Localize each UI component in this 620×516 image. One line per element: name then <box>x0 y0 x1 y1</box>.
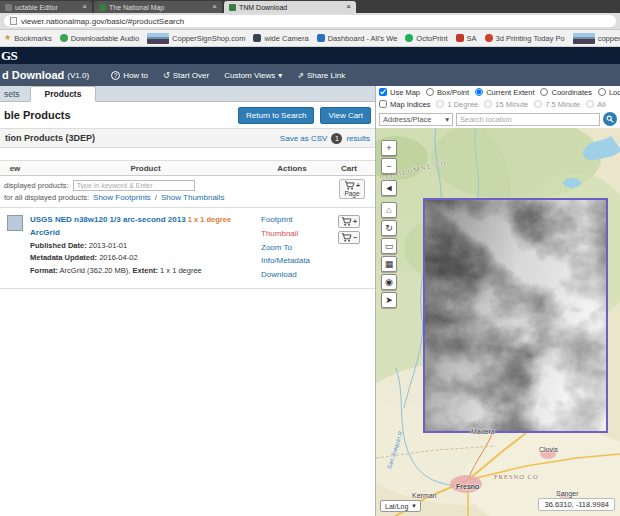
show-thumbnails-link[interactable]: Show Thumbnails <box>161 193 224 202</box>
browser-tab-2[interactable]: The National Map × <box>94 1 222 13</box>
tab-close-icon[interactable]: × <box>77 3 87 11</box>
search-location-input[interactable] <box>456 113 600 126</box>
search-icon <box>606 115 614 123</box>
custom-views-dropdown[interactable]: Custom Views ▾ <box>224 71 282 80</box>
zoom-in-button[interactable]: + <box>381 140 397 156</box>
refresh-button[interactable]: ↻ <box>381 220 397 236</box>
all-indices-radio[interactable] <box>586 100 594 108</box>
bookmark-3d-printing[interactable]: 3d Printing Today Po <box>485 34 565 43</box>
favicon <box>317 34 325 42</box>
grid-indices-button[interactable]: ▦ <box>381 256 397 272</box>
one-degree-radio[interactable] <box>436 100 444 108</box>
product-title-link[interactable]: USGS NED n38w120 1/3 arc-second 2013 <box>30 215 186 224</box>
city-label-fresno: Fresno <box>456 483 479 490</box>
latlng-format-dropdown[interactable]: Lat/Lng ▾ <box>380 500 421 512</box>
zoom-out-button[interactable]: − <box>381 158 397 174</box>
tab-close-icon[interactable]: × <box>207 3 217 11</box>
section-title: tion Products (3DEP) <box>5 133 95 143</box>
latlng-label: Lat/Lng <box>385 503 408 510</box>
return-to-search-button[interactable]: Return to Search <box>238 107 314 124</box>
map-controls: + − ◄ ⌂ ↻ ▭ ▦ ◉ ➤ <box>381 140 397 308</box>
bookmark-downloadable-audio[interactable]: Downloadable Audio <box>60 34 139 43</box>
favicon <box>253 34 261 42</box>
keyword-filter-input[interactable] <box>73 180 195 191</box>
box-extent-button[interactable]: ▭ <box>381 238 397 254</box>
cart-page-button[interactable]: + Page <box>339 179 365 199</box>
remove-from-cart-button[interactable]: − <box>338 231 360 244</box>
box-point-label: Box/Point <box>437 88 469 97</box>
seven-five-minute-label: 7.5 Minute <box>545 100 580 109</box>
start-over-label: Start Over <box>173 71 209 80</box>
pointer-tool-button[interactable]: ➤ <box>381 292 397 308</box>
browser-tab-3-active[interactable]: TNM Download × <box>224 1 356 13</box>
browser-tab-1[interactable]: uctable Editor × <box>0 1 92 13</box>
search-button[interactable] <box>603 112 617 126</box>
coordinates-radio[interactable] <box>540 88 548 96</box>
products-header: ble Products Return to Search View Cart <box>0 102 375 128</box>
view-cart-button[interactable]: View Cart <box>320 107 371 124</box>
thumbnail-link[interactable]: Thumbnail <box>261 229 298 238</box>
point-select-button[interactable]: ◉ <box>381 274 397 290</box>
chevron-down-icon: ▾ <box>278 71 282 80</box>
bookmark-coppersignshop[interactable]: CopperSignShop.com <box>147 33 245 44</box>
city-label-madera: Madera <box>471 428 495 435</box>
product-thumbnail[interactable] <box>7 215 23 231</box>
favicon <box>485 34 493 42</box>
col-product: Product <box>30 164 261 173</box>
save-csv-link[interactable]: Save as CSV <box>280 134 328 143</box>
coordinates-label: Coordinates <box>551 88 591 97</box>
bookmark-bookmarks[interactable]: ★ Bookmarks <box>4 34 52 43</box>
chevron-down-icon: ▾ <box>412 502 416 510</box>
how-to-button[interactable]: ? How to <box>111 71 148 80</box>
address-bar[interactable]: viewer.nationalmap.gov/basic/#productSea… <box>4 15 616 27</box>
map-canvas[interactable]: + − ◄ ⌂ ↻ ▭ ▦ ◉ ➤ TUOLUMNE CO San Joaqui… <box>376 128 620 516</box>
footprint-link[interactable]: Footprint <box>261 215 293 224</box>
custom-views-label: Custom Views <box>224 71 275 80</box>
start-over-button[interactable]: ↺ Start Over <box>163 71 209 80</box>
share-link-button[interactable]: ⇗ Share Link <box>297 71 345 80</box>
bookmark-dashboard[interactable]: Dashboard - All's We <box>317 34 398 43</box>
share-link-label: Share Link <box>307 71 345 80</box>
tab-close-icon[interactable]: × <box>341 3 351 11</box>
favicon <box>60 34 68 42</box>
metadata-updated-value: 2016-04-02 <box>99 253 137 262</box>
bookmark-octoprint[interactable]: OctoPrint <box>405 34 447 43</box>
metadata-updated-label: Metadata Updated: <box>30 253 97 262</box>
home-extent-button[interactable]: ⌂ <box>381 202 397 218</box>
current-extent-radio[interactable] <box>475 88 483 96</box>
location-radio[interactable] <box>598 88 606 96</box>
add-to-cart-button[interactable]: + <box>338 215 360 228</box>
bookmark-wide-camera[interactable]: wide Camera <box>253 34 308 43</box>
url-bar: viewer.nationalmap.gov/basic/#productSea… <box>0 13 620 30</box>
fifteen-minute-radio[interactable] <box>484 100 492 108</box>
bookmark-coppersignshop-admin[interactable]: coppersignshop admi <box>573 33 620 44</box>
section-header[interactable]: tion Products (3DEP) Save as CSV 1 resul… <box>0 128 375 148</box>
results-link[interactable]: results <box>346 134 370 143</box>
extent-value: 1 x 1 degree <box>160 266 202 275</box>
bookmark-label: Dashboard - All's We <box>328 34 398 43</box>
browser-tab-strip: uctable Editor × The National Map × TNM … <box>0 0 620 13</box>
use-map-checkbox[interactable] <box>379 88 387 96</box>
usgs-logo: GS <box>1 48 17 64</box>
tab-title: The National Map <box>109 4 164 11</box>
products-title: ble Products <box>4 109 71 121</box>
tab-datasets[interactable]: sets <box>0 87 30 101</box>
separator: / <box>155 193 157 202</box>
city-label-sanger: Sanger <box>556 490 579 497</box>
bookmark-sa[interactable]: SA <box>456 34 477 43</box>
tab-favicon <box>5 4 12 11</box>
product-title-suffix[interactable]: ArcGrid <box>30 228 60 237</box>
tab-products[interactable]: Products <box>30 86 97 102</box>
show-footprints-link[interactable]: Show Footprints <box>93 193 151 202</box>
col-view: ew <box>0 164 30 173</box>
seven-five-minute-radio[interactable] <box>534 100 542 108</box>
address-place-dropdown[interactable]: Address/Place ▾ <box>379 113 453 126</box>
share-icon: ⇗ <box>297 71 304 80</box>
box-point-radio[interactable] <box>426 88 434 96</box>
download-link[interactable]: Download <box>261 270 297 279</box>
map-indices-checkbox[interactable] <box>379 100 387 108</box>
zoom-to-metadata-link[interactable]: Zoom To Info/Metadata <box>261 243 310 266</box>
filter-label: displayed products: <box>4 181 69 190</box>
format-label: Format: <box>30 266 58 275</box>
previous-extent-button[interactable]: ◄ <box>381 180 397 196</box>
